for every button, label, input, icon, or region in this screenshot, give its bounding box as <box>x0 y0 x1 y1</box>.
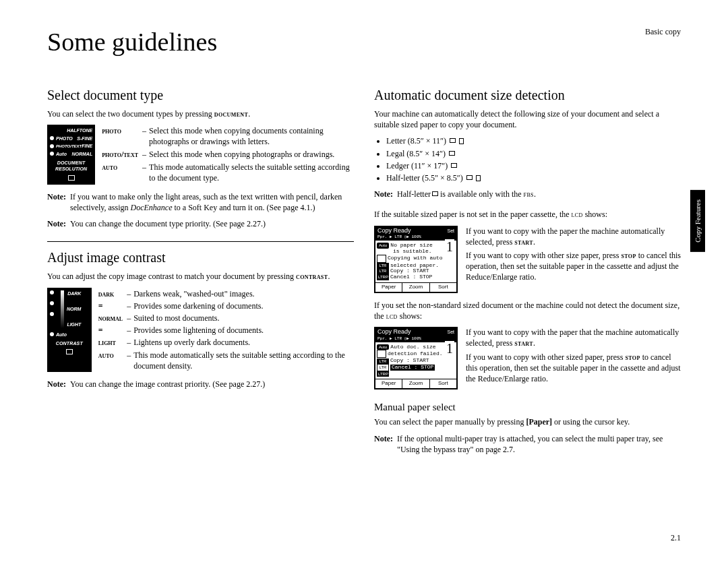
t: Set <box>447 330 454 335</box>
def-key: = <box>98 300 127 312</box>
t: Ready <box>394 328 411 335</box>
header-section: Basic copy <box>645 27 681 37</box>
t: LTR <box>377 268 389 274</box>
t: LTR <box>377 364 389 371</box>
def-key: auto <box>102 161 142 185</box>
orientation-landscape-icon <box>451 163 457 168</box>
key-stop: stop <box>621 251 636 260</box>
intro-contrast: You can adjust the copy image contrast t… <box>47 271 354 282</box>
t: Auto doc. size <box>390 344 435 350</box>
def-val: Select this mode when copying documents … <box>149 125 354 148</box>
note-text: If the optional multi-paper tray is atta… <box>397 433 681 455</box>
panel-label: DARK <box>67 290 81 296</box>
t: shows: <box>398 311 422 321</box>
t: Ledger (11″ × 17″) <box>386 161 448 170</box>
panel-button-icon <box>68 175 75 181</box>
note-label: Note: <box>47 191 66 213</box>
t: . <box>248 109 250 119</box>
t: DocEnhance <box>131 203 173 212</box>
lcd-softkey: Zoom <box>402 283 429 292</box>
note-label: Note: <box>47 379 66 389</box>
panel-contrast: DARK NORM LIGHT Auto CONTRAST <box>47 288 92 372</box>
panel-label: S-FINE <box>74 135 92 142</box>
def-key: auto <box>98 349 127 372</box>
t: . <box>533 338 535 348</box>
t: Cancel : STOP <box>390 365 435 371</box>
t: . <box>534 189 536 199</box>
t: Ppr. ▶ LTR ▯▶ 100% <box>377 235 421 240</box>
page-title: Some guidelines <box>47 27 681 57</box>
heading-adjust-contrast: Adjust image contrast <box>47 249 354 267</box>
intro-manual-paper: You can select the paper manually by pre… <box>374 416 681 427</box>
left-column: Select document type You can select the … <box>47 86 354 455</box>
content-columns: Select document type You can select the … <box>47 86 681 455</box>
note-label: Note: <box>374 189 393 199</box>
t: . <box>328 272 330 281</box>
panel-footer: CONTRAST <box>50 340 89 346</box>
t: or using the cursor key. <box>552 417 630 427</box>
note-text: You can change the image contrast priori… <box>70 379 354 389</box>
lcd-softkey: Zoom <box>402 379 429 388</box>
t: You can select the paper manually by pre… <box>374 417 526 427</box>
t: lcd <box>386 311 398 321</box>
lcd-softkey: Sort <box>430 379 456 388</box>
panel-label: HALFTONE <box>50 127 92 133</box>
para-nonstd: If you set the non-standard sized docume… <box>374 300 681 321</box>
t: Auto <box>377 344 389 350</box>
note-label: Note: <box>47 218 66 229</box>
paper-size-list: Letter (8.5″ × 11″) Legal (8.5″ × 14″) L… <box>374 135 681 183</box>
key-paper: [Paper] <box>526 417 552 427</box>
def-val: This mode automatically sets the suitabl… <box>133 349 354 372</box>
key-start: start <box>514 237 533 247</box>
def-key: dark <box>98 288 127 300</box>
t: If you want to copy with the paper that … <box>466 327 679 348</box>
note-text: Half-letter is available only with the f… <box>397 189 681 199</box>
t: to a Soft Key and turn it on. (See page … <box>173 203 315 212</box>
def-key: normal <box>98 312 127 324</box>
def-key: photo/text <box>102 148 142 161</box>
t: detection failed. <box>388 351 443 357</box>
t: LTRP <box>377 274 389 280</box>
printer-icon <box>377 350 386 358</box>
orientation-landscape-icon <box>466 175 473 180</box>
t: Cancel : STOP <box>390 274 432 280</box>
t: Legal (8.5″ × 14″) <box>386 149 446 158</box>
t: Ppr. ▶ LTR ▯▶ 100% <box>377 337 421 342</box>
page-number: 2.1 <box>671 533 681 543</box>
panel-document: HALFTONE PHOTOS-FINE PHOTO/TEXTFINE Auto… <box>47 125 95 185</box>
panel-label: NORMAL <box>71 151 92 157</box>
right-column: Automatic document size detection Your m… <box>374 86 681 455</box>
lcd2-explanation: If you want to copy with the paper that … <box>466 327 681 389</box>
t: Copy : START <box>390 358 429 364</box>
panel-label: PHOTO <box>56 135 74 142</box>
def-val: Darkens weak, "washed-out" images. <box>133 288 354 300</box>
t: If you want to copy with the paper the m… <box>466 226 665 247</box>
lcd-softkey: Sort <box>430 283 456 292</box>
t: You can adjust the copy image contrast t… <box>47 272 296 281</box>
panel-label: LIGHT <box>67 321 81 327</box>
t: is available only with the <box>438 189 524 199</box>
t: is suitable. <box>393 249 432 255</box>
t: Auto <box>377 243 389 249</box>
lcd-softkey: Paper <box>375 283 402 292</box>
orientation-portrait-icon <box>459 138 464 144</box>
contrast-definitions: dark–Darkens weak, "washed-out" images. … <box>98 288 354 372</box>
t: shows: <box>583 210 607 219</box>
t: If you want to copy with other size pape… <box>466 251 621 260</box>
def-key: photo <box>102 125 142 148</box>
def-val: Lightens up overly dark documents. <box>133 336 354 348</box>
heading-select-doc-type: Select document type <box>47 86 354 104</box>
orientation-landscape-icon <box>432 191 438 196</box>
def-val: Select this mode when copying photograph… <box>149 148 354 161</box>
key-contrast: contrast <box>296 272 328 281</box>
def-val: This mode automatically selects the suit… <box>149 161 354 185</box>
t: If the suitable sized paper is not set i… <box>374 210 572 219</box>
t: LTRP <box>377 371 389 377</box>
note-label: Note: <box>374 433 393 455</box>
key-stop: stop <box>625 352 640 362</box>
divider <box>47 241 354 242</box>
panel-label: FINE <box>82 143 92 149</box>
t: lcd <box>572 210 583 219</box>
t: Copy <box>377 227 392 234</box>
heading-auto-size: Automatic document size detection <box>374 86 681 104</box>
